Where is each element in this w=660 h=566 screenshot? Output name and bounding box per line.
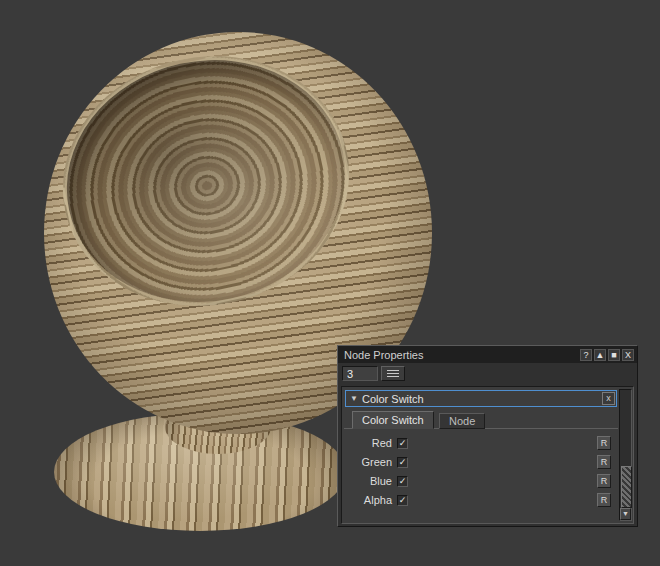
vertical-scrollbar[interactable]: ▼ (619, 389, 632, 521)
row-red: Red ✓ R (342, 434, 618, 452)
blue-label: Blue (342, 475, 392, 487)
remove-node-button[interactable]: x (602, 392, 615, 405)
panel-titlebar[interactable]: Node Properties ? ▲ ■ X (338, 346, 637, 363)
node-header-row[interactable]: ▼ Color Switch x (345, 390, 617, 407)
collapse-node-icon[interactable]: ▼ (346, 394, 362, 403)
tab-node[interactable]: Node (439, 413, 485, 429)
node-properties-panel: Node Properties ? ▲ ■ X ▼ Color Switch x… (337, 345, 638, 527)
node-count-input[interactable] (342, 366, 378, 381)
node-header-label: Color Switch (362, 393, 602, 405)
tab-color-switch[interactable]: Color Switch (352, 411, 434, 429)
red-checkbox[interactable]: ✓ (397, 438, 408, 449)
mini-slider-button[interactable] (381, 366, 405, 381)
green-label: Green (342, 456, 392, 468)
help-button[interactable]: ? (580, 349, 592, 361)
row-green: Green ✓ R (342, 453, 618, 471)
red-label: Red (342, 437, 392, 449)
green-reset-button[interactable]: R (597, 455, 611, 469)
node-list-area: ▼ Color Switch x Color Switch Node Red ✓… (341, 386, 634, 524)
alpha-label: Alpha (342, 494, 392, 506)
panel-title: Node Properties (341, 349, 578, 361)
close-button[interactable]: X (622, 349, 634, 361)
mini-slider-icon (387, 370, 399, 378)
alpha-reset-button[interactable]: R (597, 493, 611, 507)
green-checkbox[interactable]: ✓ (397, 457, 408, 468)
row-blue: Blue ✓ R (342, 472, 618, 490)
detach-button[interactable]: ■ (608, 349, 620, 361)
scroll-down-button[interactable]: ▼ (620, 508, 631, 520)
row-alpha: Alpha ✓ R (342, 491, 618, 509)
red-reset-button[interactable]: R (597, 436, 611, 450)
scrollbar-thumb[interactable] (621, 466, 632, 508)
blue-reset-button[interactable]: R (597, 474, 611, 488)
collapse-button[interactable]: ▲ (594, 349, 606, 361)
blue-checkbox[interactable]: ✓ (397, 476, 408, 487)
alpha-checkbox[interactable]: ✓ (397, 495, 408, 506)
